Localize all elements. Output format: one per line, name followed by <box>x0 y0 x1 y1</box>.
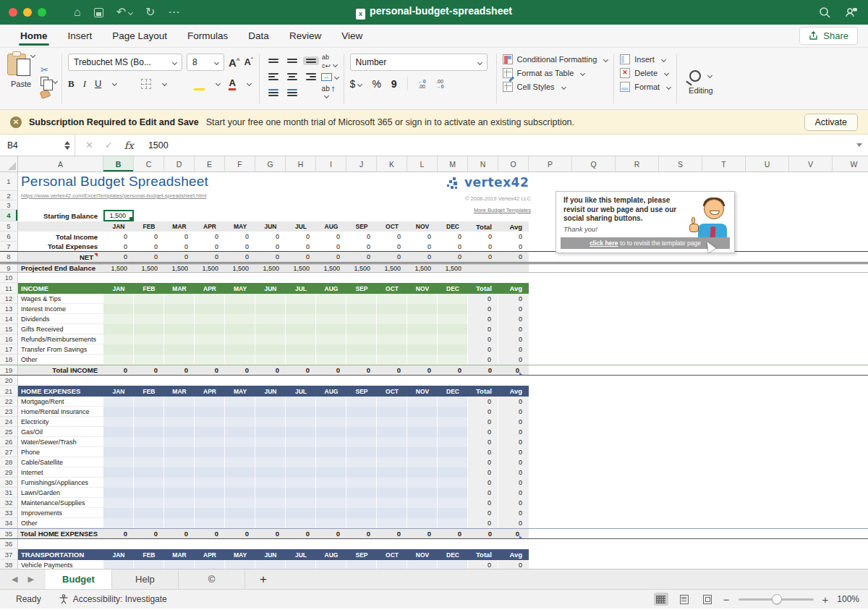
section-total-value[interactable]: 0 <box>225 365 255 375</box>
item-month-cell[interactable] <box>134 447 164 457</box>
section-month-header[interactable]: MAY <box>225 386 255 397</box>
item-label[interactable]: Refunds/Reimbursements <box>18 334 103 344</box>
section-month-header[interactable]: FEB <box>134 386 164 397</box>
empty-canvas[interactable] <box>18 539 868 549</box>
item-month-cell[interactable] <box>195 447 225 457</box>
empty-canvas[interactable] <box>18 376 868 386</box>
section-total-value[interactable]: 0 <box>316 365 346 375</box>
item-month-cell[interactable] <box>346 417 377 427</box>
cut-button[interactable]: ✂ <box>41 64 57 75</box>
row-header-28[interactable]: 28 <box>0 457 18 467</box>
fill-color-button[interactable] <box>194 80 205 88</box>
item-month-cell[interactable] <box>346 397 377 407</box>
item-month-cell[interactable] <box>316 488 346 498</box>
empty-canvas[interactable] <box>529 447 868 457</box>
item-month-cell[interactable] <box>164 488 195 498</box>
zoom-slider-thumb[interactable] <box>772 594 782 604</box>
empty-canvas[interactable] <box>529 386 868 397</box>
cancel-entry-icon[interactable]: ✕ <box>85 140 93 151</box>
ribbon-tab-data[interactable]: Data <box>238 25 279 47</box>
item-month-cell[interactable] <box>195 508 225 518</box>
item-month-cell[interactable] <box>134 294 164 304</box>
item-month-cell[interactable] <box>255 560 286 569</box>
section-total-value[interactable]: 0 <box>377 529 407 538</box>
section-month-header[interactable]: DEC <box>438 386 468 397</box>
item-label[interactable]: Vehicle Payments <box>18 560 103 569</box>
item-month-cell[interactable] <box>103 344 134 355</box>
item-month-cell[interactable] <box>255 488 286 498</box>
section-total-value[interactable]: 0 <box>438 365 468 375</box>
item-avg[interactable]: 0 <box>498 457 529 467</box>
summary-avg[interactable]: 0 <box>498 232 529 242</box>
item-total[interactable]: 0 <box>468 518 498 528</box>
item-month-cell[interactable] <box>377 518 407 528</box>
empty-canvas[interactable] <box>529 283 868 294</box>
row-header-12[interactable]: 12 <box>0 294 18 304</box>
section-total-value[interactable]: 0 <box>286 529 316 538</box>
font-name-select[interactable]: Trebuchet MS (Bo... <box>68 54 182 71</box>
name-box[interactable]: B4 <box>0 135 75 156</box>
item-month-cell[interactable] <box>195 437 225 447</box>
item-month-cell[interactable] <box>377 397 407 407</box>
row-header-9[interactable]: 9 <box>0 264 18 272</box>
row-header-26[interactable]: 26 <box>0 437 18 447</box>
item-total[interactable]: 0 <box>468 344 498 355</box>
item-avg[interactable]: 0 <box>498 397 529 407</box>
item-month-cell[interactable] <box>286 498 316 508</box>
section-month-header[interactable]: OCT <box>377 386 407 397</box>
item-month-cell[interactable] <box>164 518 195 528</box>
item-month-cell[interactable] <box>346 508 377 518</box>
projected-value[interactable]: 1,500 <box>286 264 316 272</box>
section-header-income[interactable]: INCOME <box>18 283 103 294</box>
summary-label[interactable]: NET <box>18 252 103 262</box>
item-total[interactable]: 0 <box>468 417 498 427</box>
item-month-cell[interactable] <box>407 344 438 355</box>
row-header-10[interactable]: 10 <box>0 273 18 283</box>
item-month-cell[interactable] <box>286 407 316 417</box>
align-top-button[interactable] <box>268 59 278 63</box>
projected-value[interactable]: 1,500 <box>164 264 195 272</box>
item-month-cell[interactable] <box>346 518 377 528</box>
projected-value[interactable]: 1,500 <box>377 264 407 272</box>
section-header-home-expenses[interactable]: HOME EXPENSES <box>18 386 103 397</box>
summary-value[interactable]: 0 <box>103 242 134 251</box>
item-month-cell[interactable] <box>134 457 164 467</box>
col-header-U[interactable]: U <box>746 156 789 171</box>
projected-value[interactable]: 1,500 <box>407 264 438 272</box>
item-month-cell[interactable] <box>255 508 286 518</box>
item-month-cell[interactable] <box>438 488 468 498</box>
section-total-header[interactable]: Total <box>468 386 498 397</box>
ribbon-tab-page-layout[interactable]: Page Layout <box>102 25 177 47</box>
item-month-cell[interactable] <box>346 344 377 355</box>
item-month-cell[interactable] <box>377 355 407 365</box>
section-total-value[interactable]: 0 <box>377 365 407 375</box>
section-grand-total[interactable]: 0 <box>468 529 498 538</box>
item-month-cell[interactable] <box>164 324 195 334</box>
normal-view-button[interactable] <box>654 593 668 606</box>
summary-value[interactable]: 0 <box>134 242 164 251</box>
row-header-22[interactable]: 22 <box>0 397 18 407</box>
summary-value[interactable]: 0 <box>134 232 164 242</box>
item-total[interactable]: 0 <box>468 478 498 488</box>
row-header-29[interactable]: 29 <box>0 467 18 478</box>
item-month-cell[interactable] <box>225 397 255 407</box>
col-header-G[interactable]: G <box>255 156 286 171</box>
item-month-cell[interactable] <box>195 467 225 478</box>
decrease-indent-button[interactable] <box>268 89 278 96</box>
section-total-value[interactable]: 0 <box>255 529 286 538</box>
item-month-cell[interactable] <box>225 467 255 478</box>
item-avg[interactable]: 0 <box>498 355 529 365</box>
item-month-cell[interactable] <box>225 498 255 508</box>
item-month-cell[interactable] <box>195 314 225 324</box>
item-month-cell[interactable] <box>255 498 286 508</box>
summary-value[interactable]: 0 <box>438 232 468 242</box>
item-total[interactable]: 0 <box>468 457 498 467</box>
item-label[interactable]: Gifts Received <box>18 324 103 334</box>
item-label[interactable]: Dividends <box>18 314 103 324</box>
summary-label[interactable]: Total Income <box>18 232 103 242</box>
row-header-8[interactable]: 8 <box>0 252 18 262</box>
item-month-cell[interactable] <box>407 508 438 518</box>
item-month-cell[interactable] <box>195 344 225 355</box>
home-icon[interactable]: ⌂ <box>74 7 81 18</box>
item-month-cell[interactable] <box>377 417 407 427</box>
